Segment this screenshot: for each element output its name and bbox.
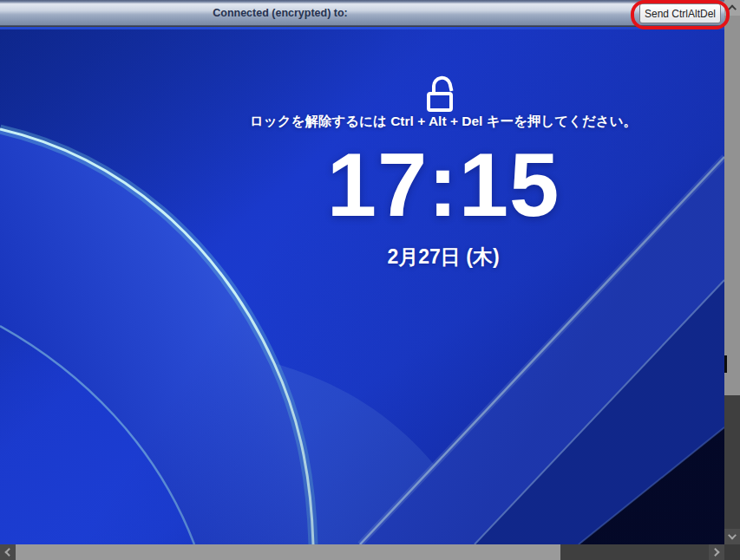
chevron-down-icon	[728, 531, 737, 540]
chevron-left-icon	[4, 548, 13, 557]
vertical-scrollbar[interactable]	[724, 0, 740, 544]
title-bar: Connected (encrypted) to: Send CtrlAltDe…	[0, 0, 724, 26]
lock-instruction: ロックを解除するには Ctrl + Alt + Del キーを押してください。	[250, 113, 637, 131]
scroll-down-button[interactable]	[724, 529, 740, 544]
clock-date: 2月27日 (木)	[387, 244, 499, 270]
scroll-up-button[interactable]	[724, 0, 740, 16]
vertical-scroll-thumb[interactable]	[724, 16, 740, 395]
send-ctrlaltdel-button[interactable]: Send CtrlAltDel	[639, 3, 721, 23]
remote-desktop-viewport: ロックを解除するには Ctrl + Alt + Del キーを押してください。 …	[0, 27, 724, 544]
clock-time: 17:15	[327, 140, 560, 230]
chevron-right-icon	[711, 548, 720, 557]
vnc-viewer-window: Connected (encrypted) to: Send CtrlAltDe…	[0, 0, 740, 560]
scroll-right-button[interactable]	[709, 544, 724, 560]
unlock-padlock-icon	[425, 73, 462, 113]
scroll-left-button[interactable]	[0, 544, 16, 560]
scrollbar-tick-mark	[724, 355, 727, 373]
scrollbar-corner	[724, 544, 740, 560]
window-title: Connected (encrypted) to:	[0, 0, 560, 26]
horizontal-scrollbar[interactable]	[0, 544, 724, 560]
chevron-up-icon	[728, 4, 737, 13]
horizontal-scroll-thumb[interactable]	[16, 544, 560, 560]
wallpaper	[0, 27, 724, 544]
